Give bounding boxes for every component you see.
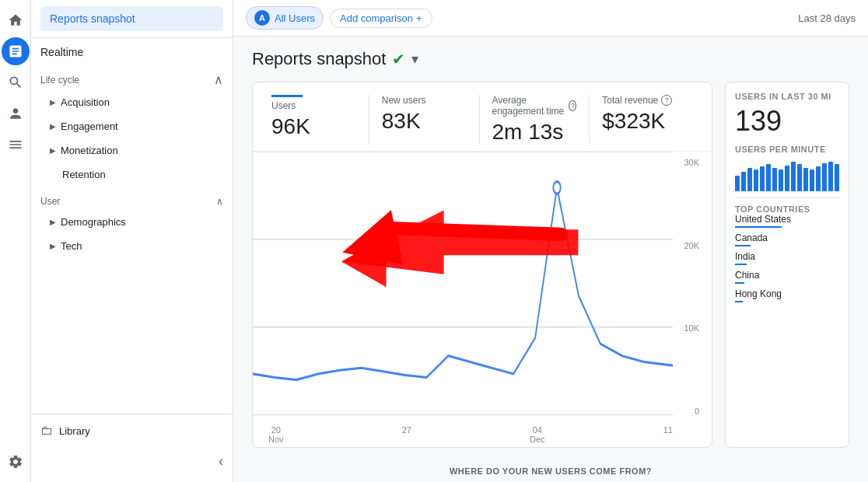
mini-bar-item: [828, 162, 833, 191]
country-name: Hong Kong: [735, 288, 839, 299]
mini-bar-item: [791, 162, 796, 191]
library-folder-icon: 🗀: [40, 424, 53, 438]
sidebar-retention[interactable]: Retention: [31, 162, 233, 187]
sidebar-library[interactable]: 🗀 Library: [31, 414, 233, 447]
add-comparison-plus-icon: +: [416, 12, 422, 24]
users-last-30-title: USERS IN LAST 30 MI: [735, 92, 839, 101]
mini-bar-item: [810, 169, 814, 191]
lifecycle-chevron[interactable]: ∧: [214, 72, 223, 87]
metric-users-value: 96K: [271, 114, 356, 139]
sidebar-acquisition[interactable]: ▶ Acquisition: [31, 90, 233, 114]
y-label-20k: 20K: [684, 241, 699, 250]
lifecycle-label: Life cycle: [40, 75, 79, 86]
users-last-30-value: 139: [735, 107, 839, 135]
country-line: [735, 301, 743, 302]
y-label-0: 0: [684, 407, 699, 416]
metric-new-users-value: 83K: [382, 109, 467, 134]
x-label-dec11: 11: [663, 425, 673, 444]
users-per-minute-label: USERS PER MINUTE: [735, 145, 839, 154]
mini-bar-chart: [735, 160, 839, 191]
home-nav-item[interactable]: [2, 6, 30, 34]
metric-revenue-value: $323K: [602, 109, 687, 134]
svg-point-4: [553, 182, 560, 194]
sidebar-tech[interactable]: ▶ Tech: [31, 234, 233, 258]
country-line: [735, 282, 744, 284]
content-area: Users 96K New users 83K Average engageme…: [233, 75, 868, 460]
sidebar-realtime[interactable]: Realtime: [31, 38, 233, 66]
country-line: [735, 245, 751, 246]
sidebar-top: Reports snapshot: [31, 0, 233, 38]
mini-bar-item: [797, 164, 802, 191]
reports-nav-item[interactable]: [2, 131, 30, 159]
mini-bar-item: [822, 163, 827, 191]
collapse-chevron: ‹: [219, 453, 223, 469]
metric-engagement[interactable]: Average engagement time ? 2m 13s: [480, 95, 590, 145]
sidebar: Reports snapshot Realtime Life cycle ∧ ▶…: [31, 0, 233, 482]
monetization-tri: ▶: [50, 146, 56, 155]
mini-bar-item: [779, 169, 783, 191]
y-label-10k: 10K: [684, 323, 699, 333]
mini-bar-item: [747, 168, 752, 191]
country-item: Hong Kong: [735, 288, 839, 302]
user-chevron[interactable]: ∧: [216, 196, 223, 207]
metric-revenue-label: Total revenue ?: [602, 95, 687, 106]
y-label-30k: 30K: [684, 158, 699, 167]
x-label-nov20-day: 20: [268, 425, 284, 435]
demographics-label: Demographics: [61, 216, 126, 228]
icon-navigation: [0, 0, 31, 482]
tech-label: Tech: [61, 240, 82, 252]
metric-engagement-label: Average engagement time ?: [492, 95, 577, 117]
sidebar-reports-snapshot[interactable]: Reports snapshot: [40, 6, 223, 31]
monetization-label: Monetization: [61, 145, 118, 156]
metric-revenue[interactable]: Total revenue ? $323K: [590, 95, 699, 145]
x-label-nov20: 20 Nov: [268, 425, 284, 444]
mini-bar-item: [760, 166, 765, 191]
mini-bar-item: [766, 164, 771, 191]
mini-bar-item: [754, 169, 758, 191]
x-label-nov27-day: 27: [402, 425, 411, 435]
metric-users[interactable]: Users 96K: [265, 95, 369, 145]
country-item: United States: [735, 214, 839, 228]
country-name: China: [735, 270, 839, 281]
all-users-badge[interactable]: A All Users: [246, 6, 324, 30]
country-item: Canada: [735, 232, 839, 246]
top-countries-title: TOP COUNTRIES: [735, 204, 839, 214]
country-item: India: [735, 251, 839, 265]
add-comparison-button[interactable]: Add comparison +: [330, 9, 432, 28]
metric-new-users[interactable]: New users 83K: [369, 95, 480, 145]
all-users-label: All Users: [275, 12, 315, 24]
page-title-dropdown-icon[interactable]: ▾: [411, 51, 418, 68]
bottom-label: WHERE DO YOUR NEW USERS COME FROM?: [233, 460, 868, 482]
all-users-avatar: A: [254, 10, 270, 26]
analytics-nav-item[interactable]: [2, 37, 30, 65]
sidebar-demographics[interactable]: ▶ Demographics: [31, 210, 233, 234]
country-line: [735, 264, 747, 265]
country-name: Canada: [735, 232, 839, 243]
retention-label: Retention: [50, 169, 106, 180]
engagement-label: Engagement: [61, 120, 118, 132]
mini-bar-item: [741, 172, 746, 191]
search-nav-item[interactable]: [2, 68, 30, 96]
country-name: India: [735, 251, 839, 262]
mini-bar-item: [816, 166, 821, 191]
mini-bar-item: [735, 176, 740, 191]
x-label-nov27: 27: [402, 425, 411, 444]
metrics-card: Users 96K New users 83K Average engageme…: [252, 82, 712, 448]
page-header: Reports snapshot ✔ ▾: [233, 37, 868, 75]
mini-bar-item: [803, 168, 808, 191]
topbar: A All Users Add comparison + Last 28 day…: [233, 0, 868, 37]
top-countries-section: TOP COUNTRIES United StatesCanadaIndiaCh…: [735, 197, 839, 302]
sidebar-engagement[interactable]: ▶ Engagement: [31, 114, 233, 138]
lifecycle-section-header: Life cycle ∧: [31, 66, 233, 90]
sidebar-monetization[interactable]: ▶ Monetization: [31, 138, 233, 162]
mini-bar-item: [835, 164, 839, 191]
settings-nav-item[interactable]: [2, 448, 30, 476]
page-title-check-icon: ✔: [392, 50, 405, 68]
metric-engagement-value: 2m 13s: [492, 120, 577, 145]
sidebar-collapse-button[interactable]: ‹: [31, 447, 233, 476]
mini-bar-item: [785, 166, 789, 191]
user-label: User: [40, 196, 60, 207]
audience-nav-item[interactable]: [2, 100, 30, 127]
engagement-info-icon: ?: [569, 100, 576, 111]
metrics-row: Users 96K New users 83K Average engageme…: [253, 82, 712, 152]
